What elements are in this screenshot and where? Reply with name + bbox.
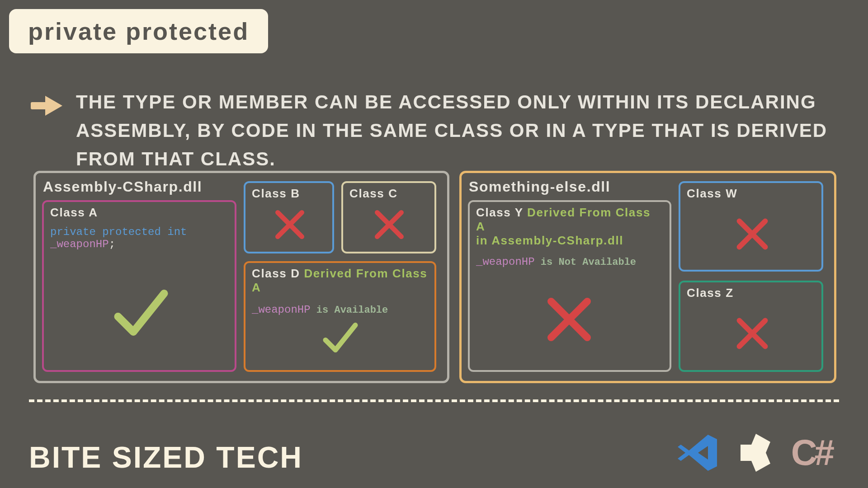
class-y-box: Class Y Derived From Class Ain Assembly-… — [468, 200, 671, 372]
class-d-title: Class D Derived From Class A — [252, 267, 428, 295]
csharp-icon: C# — [791, 432, 832, 474]
class-z-title: Class Z — [687, 286, 815, 300]
x-icon — [733, 215, 772, 253]
class-a-code: private protected int _weaponHP; — [50, 226, 228, 250]
divider — [29, 399, 839, 402]
vscode-icon — [675, 430, 721, 475]
class-a-box: Class A private protected int _weaponHP; — [42, 200, 236, 372]
check-icon — [316, 313, 365, 362]
page-title: private protected — [28, 18, 249, 45]
class-y-title: Class Y Derived From Class Ain Assembly-… — [476, 206, 663, 248]
class-c-title: Class C — [349, 187, 428, 201]
class-b-title: Class B — [252, 187, 326, 201]
x-icon — [542, 292, 596, 347]
svg-rect-0 — [31, 102, 47, 109]
class-w-title: Class W — [687, 187, 815, 201]
type: int — [167, 226, 187, 238]
footer-logo: bite sized tech — [29, 440, 303, 474]
class-c-box: Class C — [341, 181, 436, 253]
class-y-text: _weaponHP is Not Available — [476, 256, 663, 268]
unity-icon — [733, 430, 778, 475]
field: _weaponHP — [50, 238, 109, 250]
title-badge: private protected — [9, 9, 268, 53]
punct: ; — [109, 238, 115, 250]
class-d-box: Class D Derived From Class A _weaponHP i… — [244, 261, 436, 372]
class-b-box: Class B — [244, 181, 334, 253]
class-a-title: Class A — [50, 206, 228, 220]
x-icon — [733, 314, 772, 353]
assembly-csharp-box: Assembly-CSharp.dll Class A private prot… — [33, 171, 449, 383]
description-text: The type or member can be accessed only … — [76, 88, 844, 173]
x-icon — [371, 206, 407, 243]
tech-icons: C# — [675, 430, 832, 475]
class-w-box: Class W — [679, 181, 823, 272]
check-icon — [103, 274, 179, 351]
x-icon — [272, 206, 308, 243]
keyword: private protected — [50, 226, 161, 238]
arrow-icon — [29, 94, 65, 119]
class-z-box: Class Z — [679, 281, 823, 372]
something-else-box: Something-else.dll Class Y Derived From … — [459, 171, 836, 383]
